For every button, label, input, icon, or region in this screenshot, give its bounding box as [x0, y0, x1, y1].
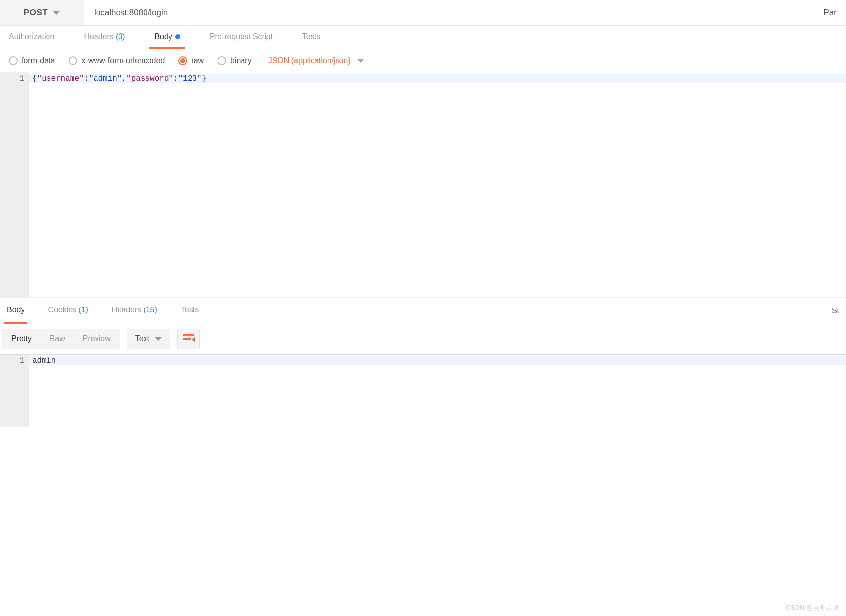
chevron-down-icon: [154, 337, 162, 341]
radio-icon: [178, 56, 187, 65]
response-tab-body[interactable]: Body: [4, 298, 27, 324]
code-area[interactable]: {"username":"admin","password":"123"}: [29, 72, 846, 297]
response-tab-headers-count: (15): [143, 306, 157, 314]
tab-headers-count: (3): [116, 32, 125, 41]
response-status: St: [832, 307, 842, 315]
response-tab-headers[interactable]: Headers (15): [109, 298, 160, 324]
request-tabs: Authorization Headers (3) Body Pre-reque…: [0, 26, 846, 49]
response-tabs: Body Cookies (1) Headers (15) Tests St: [0, 297, 846, 324]
radio-label: binary: [230, 56, 252, 65]
view-preview[interactable]: Preview: [74, 329, 120, 349]
code-line[interactable]: {"username":"admin","password":"123"}: [29, 74, 846, 83]
line-gutter: 1: [0, 72, 29, 297]
tab-authorization[interactable]: Authorization: [4, 26, 59, 49]
body-type-row: form-data x-www-form-urlencoded raw bina…: [0, 49, 846, 72]
radio-icon: [69, 56, 77, 65]
radio-icon: [218, 56, 226, 65]
response-view-row: Pretty Raw Preview Text: [0, 324, 846, 354]
request-body-editor[interactable]: 1 {"username":"admin","password":"123"}: [0, 72, 846, 297]
response-format-label: Text: [135, 334, 149, 343]
view-pretty[interactable]: Pretty: [2, 329, 41, 349]
response-tab-cookies-count: (1): [78, 306, 88, 314]
radio-icon: [9, 56, 18, 65]
radio-binary[interactable]: binary: [218, 56, 252, 65]
response-body-editor: 1 admin: [0, 354, 846, 427]
chevron-down-icon: [357, 59, 364, 63]
line-gutter: 1: [0, 355, 29, 427]
code-line: admin: [29, 356, 846, 365]
line-number: 1: [0, 356, 24, 365]
params-button[interactable]: Par: [813, 0, 846, 25]
response-tab-cookies[interactable]: Cookies (1): [45, 298, 91, 324]
tab-body-label: Body: [154, 32, 172, 41]
radio-label: raw: [191, 56, 204, 65]
view-raw[interactable]: Raw: [41, 329, 74, 349]
view-mode-group: Pretty Raw Preview: [2, 329, 120, 349]
tab-body[interactable]: Body: [149, 26, 185, 49]
response-tab-cookies-label: Cookies: [48, 306, 76, 314]
line-number: 1: [0, 74, 24, 83]
tab-tests[interactable]: Tests: [297, 26, 325, 49]
wrap-lines-button[interactable]: [177, 329, 200, 349]
tab-headers-label: Headers: [84, 32, 113, 41]
method-label: POST: [24, 8, 48, 18]
response-tab-headers-label: Headers: [112, 306, 141, 314]
radio-label: x-www-form-urlencoded: [81, 56, 165, 65]
radio-label: form-data: [22, 56, 55, 65]
response-tab-tests[interactable]: Tests: [178, 298, 202, 324]
content-type-label: JSON (application/json): [268, 56, 351, 65]
url-input[interactable]: [84, 0, 813, 25]
tab-headers[interactable]: Headers (3): [79, 26, 130, 49]
radio-urlencoded[interactable]: x-www-form-urlencoded: [69, 56, 165, 65]
method-dropdown[interactable]: POST: [0, 0, 84, 25]
request-bar: POST Par: [0, 0, 846, 26]
radio-raw[interactable]: raw: [178, 56, 204, 65]
code-area[interactable]: admin: [29, 355, 846, 427]
content-type-dropdown[interactable]: JSON (application/json): [268, 56, 364, 65]
unsaved-dot-icon: [175, 34, 180, 39]
radio-form-data[interactable]: form-data: [9, 56, 55, 65]
wrap-icon: [183, 334, 194, 343]
tab-prerequest[interactable]: Pre-request Script: [205, 26, 278, 49]
response-format-dropdown[interactable]: Text: [127, 329, 170, 349]
chevron-down-icon: [52, 11, 60, 15]
